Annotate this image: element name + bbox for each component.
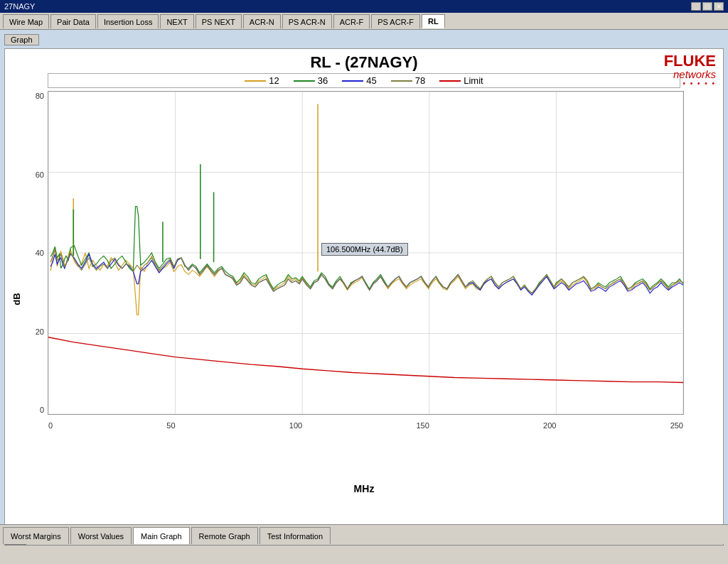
legend-label-36: 36	[318, 75, 328, 86]
legend-item-12: 12	[245, 75, 279, 86]
tab-acr-n[interactable]: ACR-N	[243, 14, 281, 28]
x-tick-0: 0	[48, 421, 53, 430]
graph-button[interactable]: Graph	[4, 34, 39, 45]
x-tick-250: 250	[670, 421, 683, 430]
tab-insertion-loss[interactable]: Insertion Loss	[97, 14, 159, 28]
legend-item-limit: Limit	[439, 75, 483, 86]
close-button[interactable]: ✕	[714, 2, 724, 11]
tab-ps-acr-f[interactable]: PS ACR-F	[371, 14, 420, 28]
chart-container: FLUKE networks • • • • • RL - (27NAGY) 1…	[4, 48, 724, 537]
window-title: 27NAGY	[4, 2, 35, 11]
tab-next[interactable]: NEXT	[160, 14, 193, 28]
legend-item-78: 78	[391, 75, 425, 86]
tab-bar: Wire Map Pair Data Insertion Loss NEXT P…	[0, 13, 728, 30]
tab-remote-graph[interactable]: Remote Graph	[191, 527, 258, 544]
legend-line-12	[245, 80, 266, 82]
bottom-tab-bar: Worst Margins Worst Values Main Graph Re…	[0, 524, 728, 544]
tab-main-graph[interactable]: Main Graph	[133, 527, 189, 544]
tab-pair-data[interactable]: Pair Data	[50, 14, 96, 28]
y-tick-40: 40	[13, 249, 44, 257]
tab-worst-values[interactable]: Worst Values	[70, 527, 132, 544]
tab-wire-map[interactable]: Wire Map	[3, 14, 49, 28]
fluke-sub: networks	[664, 69, 716, 80]
y-tick-labels: 0 20 40 60 80	[13, 92, 44, 414]
graph-wrapper: dB MHz 0 20 40 60 80 0 50 100 150	[5, 91, 723, 507]
maximize-button[interactable]: □	[702, 2, 712, 11]
main-area: Graph FLUKE networks • • • • • RL - (27N…	[0, 30, 728, 544]
y-tick-60: 60	[13, 170, 44, 179]
legend-line-limit	[439, 80, 461, 82]
line-36	[50, 207, 683, 293]
title-bar: 27NAGY _ □ ✕	[0, 0, 728, 13]
tab-rl[interactable]: RL	[422, 14, 445, 28]
legend-label-78: 78	[415, 75, 425, 86]
tab-worst-margins[interactable]: Worst Margins	[3, 527, 69, 544]
fluke-logo: FLUKE networks • • • • •	[664, 53, 716, 87]
x-axis-label: MHz	[354, 483, 375, 494]
x-tick-labels: 0 50 100 150 200 250	[48, 421, 683, 430]
legend-item-45: 45	[342, 75, 376, 86]
y-tick-0: 0	[13, 406, 44, 414]
legend-line-36	[294, 80, 315, 82]
tab-ps-acr-n[interactable]: PS ACR-N	[282, 14, 332, 28]
legend-label-12: 12	[269, 75, 279, 86]
tab-ps-next[interactable]: PS NEXT	[196, 14, 242, 28]
tab-test-information[interactable]: Test Information	[259, 527, 331, 544]
minimize-button[interactable]: _	[691, 2, 701, 11]
x-tick-200: 200	[543, 421, 556, 430]
legend-line-78	[391, 80, 412, 82]
legend-label-limit: Limit	[464, 75, 483, 86]
x-tick-150: 150	[416, 421, 429, 430]
legend-line-45	[342, 80, 363, 82]
x-tick-100: 100	[289, 421, 302, 430]
fluke-dots: • • • • •	[664, 80, 716, 87]
y-tick-80: 80	[13, 92, 44, 100]
fluke-brand: FLUKE	[664, 53, 716, 69]
legend: 12 36 45 78 Limit	[48, 73, 680, 88]
title-bar-controls: _ □ ✕	[691, 2, 724, 11]
legend-item-36: 36	[294, 75, 328, 86]
chart-svg	[48, 92, 683, 414]
graph-area[interactable]: 0 20 40 60 80 0 50 100 150 200 250	[48, 91, 684, 415]
limit-line	[48, 337, 683, 383]
x-tick-50: 50	[166, 421, 175, 430]
legend-label-45: 45	[366, 75, 376, 86]
chart-title: RL - (27NAGY)	[5, 49, 723, 73]
line-12	[50, 248, 683, 315]
y-tick-20: 20	[13, 327, 44, 336]
tab-acr-f[interactable]: ACR-F	[333, 14, 370, 28]
